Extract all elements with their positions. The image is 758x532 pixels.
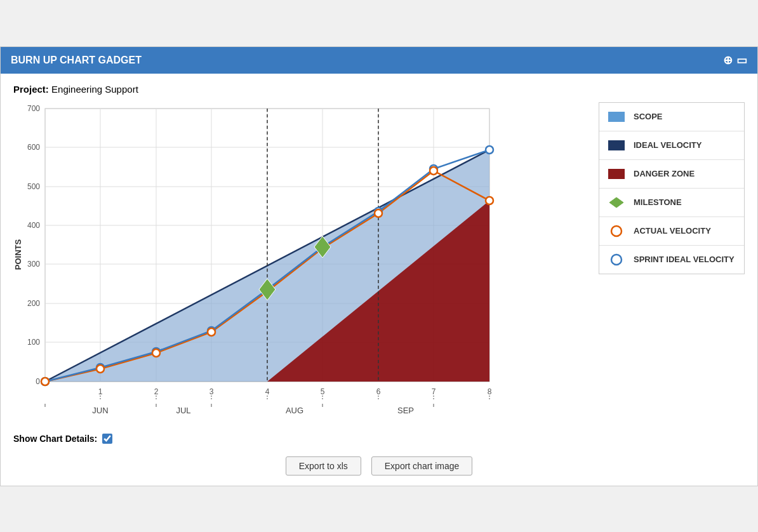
move-icon[interactable]: ⊕ xyxy=(723,53,733,67)
legend-label-danger-zone: DANGER ZONE xyxy=(634,169,695,178)
show-details-checkbox[interactable] xyxy=(102,434,112,444)
collapse-icon[interactable]: ▭ xyxy=(736,53,747,67)
svg-rect-79 xyxy=(608,169,625,179)
export-row: Export to xls Export chart image xyxy=(13,456,745,475)
svg-point-68 xyxy=(152,349,160,357)
legend-swatch-actual-velocity xyxy=(607,223,626,239)
legend: SCOPE IDEAL VELOCITY DANGER ZONE xyxy=(599,102,745,274)
svg-text:AUG: AUG xyxy=(286,406,303,415)
project-name: Engineering Support xyxy=(51,84,138,95)
legend-swatch-danger-zone xyxy=(607,166,626,182)
legend-item-ideal-velocity: IDEAL VELOCITY xyxy=(599,131,744,160)
legend-label-sprint-ideal-velocity: SPRINT IDEAL VELOCITY xyxy=(634,255,735,264)
svg-text:100: 100 xyxy=(27,338,40,347)
svg-text:1: 1 xyxy=(98,387,103,396)
gadget-body: Project: Engineering Support xyxy=(1,74,757,486)
svg-text:POINTS: POINTS xyxy=(13,239,23,270)
svg-text:500: 500 xyxy=(27,182,40,191)
legend-swatch-ideal-velocity xyxy=(607,138,626,153)
legend-swatch-scope xyxy=(607,109,626,124)
svg-rect-77 xyxy=(608,112,625,122)
controls: Show Chart Details: Export to xls Export… xyxy=(13,434,745,475)
svg-text:0: 0 xyxy=(36,377,40,386)
project-label: Project: Engineering Support xyxy=(13,84,745,95)
svg-text:TIME: TIME xyxy=(256,418,277,420)
svg-point-72 xyxy=(375,209,382,217)
legend-label-ideal-velocity: IDEAL VELOCITY xyxy=(634,140,701,150)
legend-label-milestone: MILESTONE xyxy=(634,197,682,207)
gadget-container: BURN UP CHART GADGET ⊕ ▭ Project: Engine… xyxy=(0,46,758,486)
svg-point-69 xyxy=(208,328,215,336)
svg-point-81 xyxy=(611,226,622,236)
svg-text:600: 600 xyxy=(27,143,40,152)
svg-text:700: 700 xyxy=(27,104,40,113)
svg-text:JUN: JUN xyxy=(92,406,108,415)
legend-item-milestone: MILESTONE xyxy=(599,189,744,217)
svg-point-65 xyxy=(486,146,493,154)
export-image-button[interactable]: Export chart image xyxy=(371,456,473,475)
project-label-bold: Project: xyxy=(13,84,49,95)
svg-point-73 xyxy=(430,167,437,175)
svg-point-82 xyxy=(611,255,622,265)
legend-item-actual-velocity: ACTUAL VELOCITY xyxy=(599,217,744,246)
svg-point-74 xyxy=(486,197,493,204)
legend-label-actual-velocity: ACTUAL VELOCITY xyxy=(634,226,711,236)
show-details-row: Show Chart Details: xyxy=(13,434,745,444)
legend-item-danger-zone: DANGER ZONE xyxy=(599,160,744,189)
svg-rect-78 xyxy=(608,140,625,150)
svg-point-66 xyxy=(41,378,49,385)
chart-and-legend: 700 600 500 400 300 200 100 0 POINTS 1 2… xyxy=(13,102,745,422)
svg-text:3: 3 xyxy=(209,387,214,396)
legend-swatch-sprint-ideal-velocity xyxy=(607,252,626,267)
svg-text:7: 7 xyxy=(432,387,436,396)
gadget-header: BURN UP CHART GADGET ⊕ ▭ xyxy=(1,47,757,74)
svg-text:JUL: JUL xyxy=(176,406,190,415)
gadget-title: BURN UP CHART GADGET xyxy=(11,55,142,66)
svg-text:400: 400 xyxy=(27,221,40,230)
legend-label-scope: SCOPE xyxy=(634,112,663,121)
chart-svg: 700 600 500 400 300 200 100 0 POINTS 1 2… xyxy=(13,102,496,420)
svg-text:300: 300 xyxy=(27,260,40,269)
legend-item-scope: SCOPE xyxy=(599,103,744,131)
svg-text:5: 5 xyxy=(321,387,325,396)
legend-swatch-milestone xyxy=(607,195,626,210)
export-xls-button[interactable]: Export to xls xyxy=(286,456,361,475)
svg-text:SEP: SEP xyxy=(397,406,414,415)
header-icons: ⊕ ▭ xyxy=(723,53,747,67)
svg-point-67 xyxy=(96,365,104,373)
svg-text:8: 8 xyxy=(488,387,492,396)
svg-text:4: 4 xyxy=(265,387,270,396)
svg-text:200: 200 xyxy=(27,299,40,308)
svg-marker-80 xyxy=(609,197,623,208)
chart-area: 700 600 500 400 300 200 100 0 POINTS 1 2… xyxy=(13,102,592,422)
svg-text:6: 6 xyxy=(376,387,381,396)
legend-item-sprint-ideal-velocity: SPRINT IDEAL VELOCITY xyxy=(599,246,744,274)
svg-text:2: 2 xyxy=(154,387,159,396)
show-details-label: Show Chart Details: xyxy=(13,434,97,444)
